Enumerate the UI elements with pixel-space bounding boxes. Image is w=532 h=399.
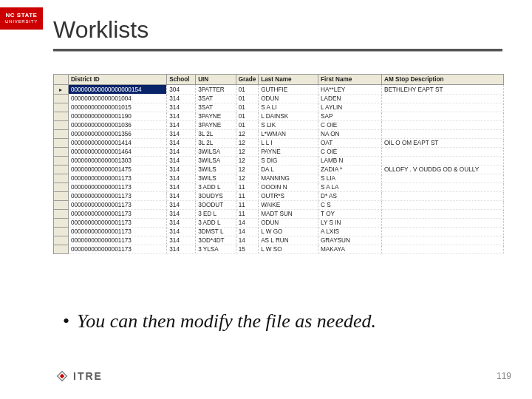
cell-grade: 11 (236, 183, 258, 192)
cell-am (382, 236, 504, 245)
cell-grade: 12 (236, 148, 258, 157)
cell-grade: 15 (236, 245, 258, 254)
cell-school: 314 (167, 192, 196, 201)
worklist-tbody: ▸0000000000000000001543043PATTER01GUTHFI… (54, 85, 504, 254)
cell-first: LY S IN (318, 219, 382, 228)
cell-last: OOOIN N (259, 183, 318, 192)
cell-last: DA L (259, 166, 318, 174)
cell-school: 314 (167, 174, 196, 183)
col-district: District ID (68, 75, 166, 85)
cell-district: 000000000000001303 (68, 157, 166, 166)
row-marker (54, 139, 69, 148)
cell-first: T OY (318, 210, 382, 219)
cell-grade: 12 (236, 157, 258, 166)
cell-district: 000000000000001414 (68, 139, 166, 148)
cell-school: 314 (167, 210, 196, 219)
cell-first: SAP (318, 112, 382, 121)
cell-school: 304 (167, 85, 196, 95)
table-row: 0000000000000011733143WILS12MANNINGS LIA (54, 174, 504, 183)
footer-logo-text: ITRE (73, 370, 103, 382)
cell-last: S LIK (259, 121, 318, 130)
bullet-dot: • (63, 310, 69, 332)
worklist-table-wrap: District ID School UIN Grade Last Name F… (53, 74, 504, 266)
cell-school: 314 (167, 130, 196, 139)
table-row: ▸0000000000000000001543043PATTER01GUTHFI… (54, 85, 504, 95)
cell-grade: 12 (236, 139, 258, 148)
cell-am (382, 183, 504, 192)
cell-am (382, 121, 504, 130)
cell-uin: 3PATTER (196, 85, 236, 95)
cell-first: A LXIS (318, 228, 382, 236)
cell-first: S LIA (318, 174, 382, 183)
cell-district: 000000000000001173 (68, 192, 166, 201)
cell-grade: 12 (236, 174, 258, 183)
cell-grade: 14 (236, 219, 258, 228)
cell-district: 000000000000001173 (68, 236, 166, 245)
cell-am: OLLOFY . V OUDDG OD & OULLY (382, 166, 504, 174)
cell-grade: 11 (236, 201, 258, 210)
row-marker (54, 166, 69, 174)
cell-last: L W SO (259, 245, 318, 254)
cell-school: 314 (167, 201, 196, 210)
cell-school: 314 (167, 139, 196, 148)
cell-district: 000000000000000000154 (68, 85, 166, 95)
cell-last: GUTHFIE (259, 85, 318, 95)
table-row: 0000000000000011733143OODUT11WAIKEC S (54, 201, 504, 210)
table-row: 0000000000000010363143PAYNE01S LIKC OIE (54, 121, 504, 130)
cell-school: 314 (167, 148, 196, 157)
cell-grade: 14 (236, 236, 258, 245)
cell-first: HA**LEY (318, 85, 382, 95)
col-marker (54, 75, 69, 85)
table-row: 0000000000000014643143WILSA12PAYNEC OIE (54, 148, 504, 157)
ncsu-bottom: UNIVERSITY (5, 19, 38, 24)
row-marker: ▸ (54, 85, 69, 95)
cell-school: 314 (167, 121, 196, 130)
cell-school: 314 (167, 228, 196, 236)
cell-last: MANNING (259, 174, 318, 183)
cell-uin: 3OD*4DT (196, 236, 236, 245)
cell-district: 000000000000001475 (68, 166, 166, 174)
cell-school: 314 (167, 95, 196, 103)
col-last: Last Name (259, 75, 318, 85)
col-grade: Grade (236, 75, 258, 85)
cell-first: C OIE (318, 121, 382, 130)
cell-uin: 3SAT (196, 95, 236, 103)
cell-last: OUTR*S (259, 192, 318, 201)
cell-district: 000000000000001036 (68, 121, 166, 130)
cell-am (382, 112, 504, 121)
cell-uin: 3WILSA (196, 157, 236, 166)
row-marker (54, 148, 69, 157)
footer-logo: ITRE (55, 369, 103, 383)
cell-school: 314 (167, 166, 196, 174)
cell-am (382, 192, 504, 201)
cell-am (382, 130, 504, 139)
cell-last: L DAINSK (259, 112, 318, 121)
table-row: 0000000000000013563143L 2L12L*WMANNA ON (54, 130, 504, 139)
cell-uin: 3 ED L (196, 210, 236, 219)
slide-title: Worklists (53, 16, 502, 44)
cell-uin: 3WILSA (196, 148, 236, 157)
row-marker (54, 201, 69, 210)
cell-school: 314 (167, 245, 196, 254)
cell-grade: 11 (236, 192, 258, 201)
cell-first: OAT (318, 139, 382, 148)
worklist-table: District ID School UIN Grade Last Name F… (53, 74, 504, 254)
table-row: 0000000000000011733143OD*4DT14AS L RUNGR… (54, 236, 504, 245)
row-marker (54, 121, 69, 130)
row-marker (54, 236, 69, 245)
cell-school: 314 (167, 157, 196, 166)
cell-am (382, 210, 504, 219)
cell-last: MADT SUN (259, 210, 318, 219)
cell-first: C S (318, 201, 382, 210)
cell-grade: 14 (236, 228, 258, 236)
row-marker (54, 219, 69, 228)
cell-grade: 01 (236, 85, 258, 95)
table-row: 0000000000000011733143 ADD L14ODUNLY S I… (54, 219, 504, 228)
row-marker (54, 157, 69, 166)
table-row: 0000000000000014753143WILS12DA LZADIA *O… (54, 166, 504, 174)
title-underline (53, 49, 502, 52)
cell-school: 314 (167, 103, 196, 112)
table-row: 0000000000000011733143 ADD L11OOOIN NS A… (54, 183, 504, 192)
table-row: 0000000000000014143143L 2L12L L IOATOIL … (54, 139, 504, 148)
table-row: 0000000000000010153143SAT01S A LIL AYLIN (54, 103, 504, 112)
